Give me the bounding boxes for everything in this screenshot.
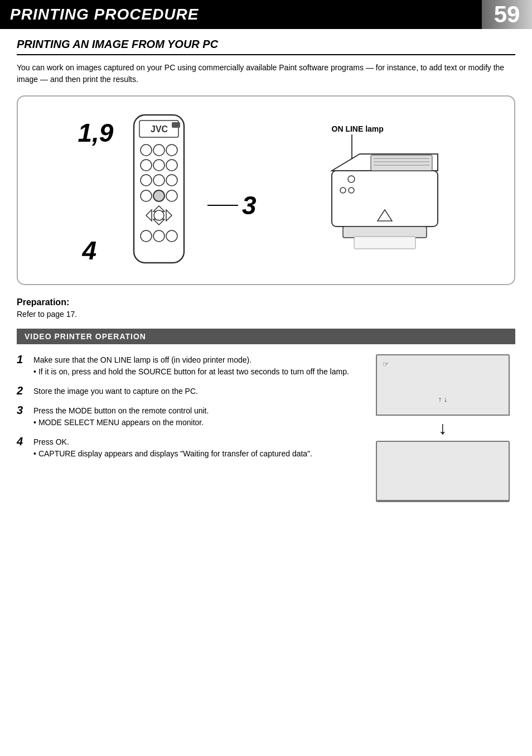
svg-point-23 xyxy=(166,230,177,242)
step-label-3: 3 xyxy=(242,190,257,220)
screen-symbol: ☞ xyxy=(383,360,389,368)
prep-title: Preparation: xyxy=(17,297,515,307)
svg-text:JVC: JVC xyxy=(151,124,168,134)
step-4-num: 4 xyxy=(17,435,29,448)
svg-point-7 xyxy=(141,160,152,171)
header-number-box: 59 xyxy=(482,0,532,29)
on-line-label-area: ON LINE lamp xyxy=(332,124,384,159)
svg-point-9 xyxy=(166,160,177,171)
step-2-content: Store the image you want to capture on t… xyxy=(33,386,198,397)
prep-text: Refer to page 17. xyxy=(17,310,515,319)
svg-point-32 xyxy=(348,176,355,182)
step-4-main: Press OK. xyxy=(33,437,69,446)
step-1-content: Make sure that the ON LINE lamp is off (… xyxy=(33,354,349,378)
svg-rect-37 xyxy=(354,237,415,249)
page-header: PRINTING PROCEDURE 59 xyxy=(0,0,532,29)
arrow-line-3 xyxy=(207,200,241,211)
preparation-section: Preparation: Refer to page 17. xyxy=(17,297,515,319)
step-1: 1 Make sure that the ON LINE lamp is off… xyxy=(17,354,359,378)
step-4: 4 Press OK. CAPTURE display appears and … xyxy=(17,436,359,460)
header-title-box: PRINTING PROCEDURE xyxy=(0,0,482,29)
step-4-content: Press OK. CAPTURE display appears and di… xyxy=(33,436,312,460)
step-label-4: 4 xyxy=(83,235,97,266)
svg-rect-35 xyxy=(343,227,427,238)
svg-point-5 xyxy=(153,145,165,156)
step-3-bullet: MODE SELECT MENU appears on the monitor. xyxy=(33,417,209,428)
step-2-main: Store the image you want to capture on t… xyxy=(33,387,198,396)
screen-down-arrow: ↓ xyxy=(438,416,447,441)
screens-column: ☞ ↑ ↓ ↓ xyxy=(370,354,515,502)
svg-point-11 xyxy=(153,175,165,186)
screen-box-top: ☞ ↑ ↓ xyxy=(376,354,510,416)
step-label-3-area: 3 xyxy=(207,190,257,220)
step-1-num: 1 xyxy=(17,353,29,366)
step-1-bullet: If it is on, press and hold the SOURCE b… xyxy=(33,366,349,378)
svg-point-6 xyxy=(166,145,177,156)
on-line-lamp-label: ON LINE lamp xyxy=(332,124,384,133)
operation-bar: VIDEO PRINTER OPERATION xyxy=(17,329,515,344)
step-1-main: Make sure that the ON LINE lamp is off (… xyxy=(33,355,252,364)
svg-point-20 xyxy=(154,210,164,220)
step-4-bullet: CAPTURE display appears and displays "Wa… xyxy=(33,448,312,460)
step-3-num: 3 xyxy=(17,404,29,417)
svg-point-34 xyxy=(349,187,354,193)
svg-point-12 xyxy=(166,175,177,186)
remote-area: 1,9 4 JVC xyxy=(123,112,195,268)
remote-svg: JVC xyxy=(123,112,195,268)
screen-arrows: ↑ ↓ xyxy=(438,395,448,403)
svg-point-22 xyxy=(153,230,165,242)
svg-rect-3 xyxy=(172,122,180,128)
svg-point-15 xyxy=(166,190,177,201)
svg-point-33 xyxy=(340,187,346,193)
svg-point-8 xyxy=(153,160,165,171)
steps-column: 1 Make sure that the ON LINE lamp is off… xyxy=(17,354,359,502)
steps-and-screens: 1 Make sure that the ON LINE lamp is off… xyxy=(17,354,515,502)
svg-point-13 xyxy=(141,190,152,201)
step-3-content: Press the MODE button on the remote cont… xyxy=(33,405,209,428)
svg-point-10 xyxy=(141,175,152,186)
page-content: PRINTING AN IMAGE FROM YOUR PC You can w… xyxy=(0,29,532,519)
step-2-num: 2 xyxy=(17,384,29,397)
step-label-19: 1,9 xyxy=(78,118,114,148)
svg-point-14 xyxy=(153,190,165,201)
page-number: 59 xyxy=(494,1,520,28)
diagram-box: 1,9 4 JVC xyxy=(17,95,515,285)
svg-point-4 xyxy=(141,145,152,156)
screen-box-bottom xyxy=(376,441,510,502)
section-subtitle: PRINTING AN IMAGE FROM YOUR PC xyxy=(17,38,515,55)
page-title: PRINTING PROCEDURE xyxy=(10,6,199,23)
step-2: 2 Store the image you want to capture on… xyxy=(17,386,359,397)
step-3-main: Press the MODE button on the remote cont… xyxy=(33,406,209,415)
step-3: 3 Press the MODE button on the remote co… xyxy=(17,405,359,428)
intro-text: You can work on images captured on your … xyxy=(17,62,515,85)
printer-area: ON LINE lamp xyxy=(315,148,454,254)
printer-svg xyxy=(315,148,454,254)
svg-point-21 xyxy=(141,230,152,242)
